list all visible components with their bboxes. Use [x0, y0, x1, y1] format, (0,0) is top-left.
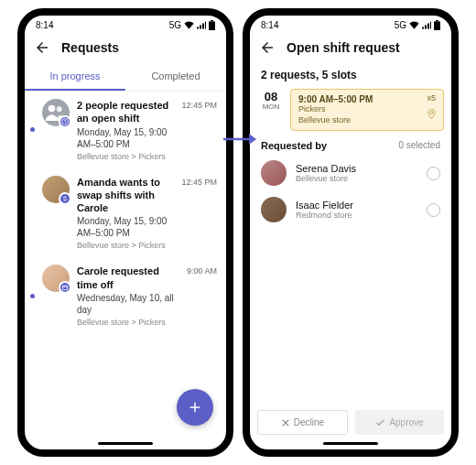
- wifi-icon: [184, 21, 194, 29]
- selected-count: 0 selected: [398, 140, 440, 151]
- status-time: 8:14: [36, 20, 53, 30]
- shift-time: 9:00 AM–5:00 PM: [298, 94, 436, 104]
- item-body: 2 people requested an open shift Monday,…: [77, 99, 174, 161]
- requester-name: Isaac Fielder: [296, 200, 417, 211]
- status-icons: 5G: [169, 20, 215, 30]
- item-time: 12:45 PM: [181, 176, 217, 187]
- signal-icon: [422, 21, 431, 29]
- tabs: In progress Completed: [25, 63, 226, 92]
- requester-name: Serena Davis: [296, 163, 417, 174]
- avatar: [42, 265, 70, 292]
- battery-icon: [434, 20, 440, 30]
- unread-dot: [30, 127, 35, 132]
- flow-arrow: [222, 132, 258, 150]
- decline-label: Decline: [294, 417, 324, 427]
- approve-label: Approve: [389, 417, 423, 427]
- item-subtitle: Monday, May 15, 9:00 AM–5:00 PM: [77, 126, 174, 150]
- decline-button[interactable]: Decline: [257, 410, 348, 435]
- avatar: [261, 197, 287, 222]
- tab-completed[interactable]: Completed: [125, 63, 226, 91]
- approve-button[interactable]: Approve: [355, 410, 444, 435]
- clock-icon: [59, 115, 71, 128]
- item-title: 2 people requested an open shift: [77, 99, 174, 125]
- back-icon[interactable]: [34, 39, 50, 56]
- shift-date: 08 MON: [257, 89, 285, 131]
- home-indicator: [98, 442, 153, 445]
- tab-in-progress[interactable]: In progress: [25, 63, 125, 91]
- svg-rect-8: [436, 20, 438, 21]
- requester-body: Serena Davis Bellevue store: [296, 163, 417, 183]
- requester-row[interactable]: Isaac Fielder Redmond store: [250, 191, 451, 228]
- item-title: Carole requested time off: [77, 265, 179, 291]
- item-meta: Bellevue store > Pickers: [77, 241, 174, 250]
- svg-rect-1: [211, 20, 213, 21]
- svg-rect-0: [209, 21, 215, 30]
- footer-buttons: Decline Approve: [257, 410, 444, 435]
- item-subtitle: Monday, May 15, 9:00 AM–5:00 PM: [77, 215, 174, 239]
- list-item[interactable]: Amanda wants to swap shifts with Carole …: [25, 168, 226, 258]
- signal-icon: [197, 21, 206, 29]
- svg-point-2: [49, 105, 56, 113]
- phone-open-shift: 8:14 5G Open shift request 2 requests, 5…: [243, 8, 459, 457]
- summary: 2 requests, 5 slots: [250, 63, 451, 85]
- label: Requested by: [261, 140, 327, 151]
- status-bar: 8:14 5G: [250, 16, 451, 34]
- page-title: Requests: [61, 40, 119, 55]
- item-body: Amanda wants to swap shifts with Carole …: [77, 176, 174, 251]
- requester-body: Isaac Fielder Redmond store: [296, 200, 417, 220]
- svg-rect-5: [62, 286, 67, 290]
- phone-requests: 8:14 5G Requests In progress Completed 2…: [17, 8, 233, 457]
- status-bar: 8:14 5G: [25, 16, 226, 34]
- requested-by-header: Requested by 0 selected: [250, 131, 451, 155]
- item-time: 9:00 AM: [187, 265, 217, 276]
- svg-rect-7: [434, 21, 440, 30]
- shift-weekday: MON: [257, 103, 285, 111]
- wifi-icon: [409, 21, 419, 29]
- radio-select[interactable]: [427, 167, 440, 180]
- check-icon: [375, 418, 385, 427]
- item-subtitle: Wednesday, May 10, all day: [77, 292, 179, 316]
- page-title: Open shift request: [287, 40, 400, 55]
- svg-point-3: [57, 106, 62, 112]
- header: Open shift request: [250, 34, 451, 63]
- requester-store: Bellevue store: [296, 174, 417, 183]
- shift-store: Bellevue store: [298, 115, 436, 126]
- radio-select[interactable]: [427, 203, 440, 217]
- shift-role: Pickers: [298, 104, 436, 115]
- swap-icon: [59, 192, 71, 205]
- close-icon: [281, 418, 290, 427]
- shift-day-num: 08: [257, 91, 285, 103]
- avatar: [261, 160, 287, 186]
- network-label: 5G: [169, 20, 181, 30]
- item-body: Carole requested time off Wednesday, May…: [77, 265, 179, 327]
- avatar: [42, 99, 70, 126]
- battery-icon: [209, 20, 215, 30]
- item-meta: Bellevue store > Pickers: [77, 152, 174, 161]
- location-icon: [427, 106, 436, 123]
- status-icons: 5G: [395, 20, 440, 30]
- home-indicator: [323, 442, 378, 445]
- avatar: [42, 176, 70, 203]
- back-icon[interactable]: [259, 39, 276, 56]
- calendar-icon: [59, 281, 71, 294]
- shift-block: 08 MON 9:00 AM–5:00 PM Pickers Bellevue …: [257, 89, 444, 131]
- header: Requests: [25, 34, 226, 63]
- fab-add-button[interactable]: [177, 389, 213, 426]
- requester-store: Redmond store: [296, 211, 417, 220]
- item-title: Amanda wants to swap shifts with Carole: [77, 176, 174, 215]
- network-label: 5G: [395, 20, 406, 30]
- unread-dot: [30, 294, 35, 298]
- item-meta: Bellevue store > Pickers: [77, 318, 179, 327]
- status-time: 8:14: [261, 20, 278, 30]
- plus-icon: [187, 399, 203, 416]
- item-time: 12:45 PM: [181, 99, 217, 110]
- shift-card[interactable]: 9:00 AM–5:00 PM Pickers Bellevue store x…: [290, 89, 444, 131]
- list-item[interactable]: Carole requested time off Wednesday, May…: [25, 257, 226, 334]
- list-item[interactable]: 2 people requested an open shift Monday,…: [25, 92, 226, 168]
- requester-row[interactable]: Serena Davis Bellevue store: [250, 155, 451, 191]
- shift-count: x5: [427, 93, 436, 103]
